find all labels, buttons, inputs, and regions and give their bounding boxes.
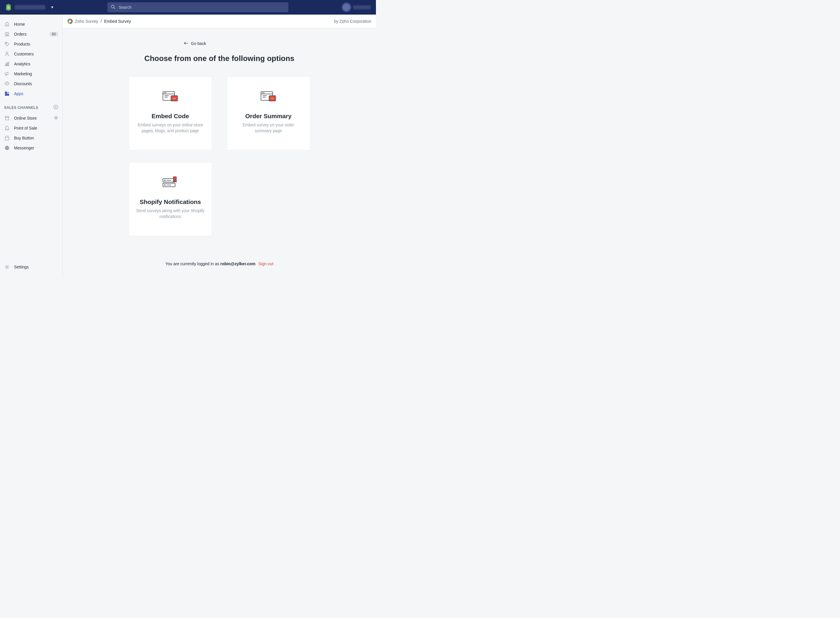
svg-rect-7 [7, 63, 7, 65]
apps-icon [4, 91, 10, 97]
svg-point-31 [263, 92, 264, 94]
svg-rect-10 [5, 92, 7, 94]
svg-text:</>: </> [271, 97, 274, 100]
sidebar-item-label: Apps [14, 91, 58, 96]
sidebar-channel-messenger[interactable]: Messenger [0, 143, 62, 153]
notifications-icon [162, 176, 178, 188]
card-desc: Send surveys along with your Shopify not… [136, 208, 205, 220]
svg-point-30 [262, 92, 263, 94]
breadcrumb-author: by Zoho Corporation [334, 19, 371, 24]
store-name-blurred [15, 5, 45, 10]
messenger-icon [4, 145, 10, 151]
settings-icon [4, 264, 10, 270]
arrow-left-icon [184, 41, 189, 46]
svg-point-16 [55, 117, 57, 119]
analytics-icon [4, 61, 10, 67]
sidebar-item-label: Marketing [14, 71, 58, 76]
sidebar-item-label: Orders [14, 32, 45, 36]
go-back-button[interactable]: Go back [184, 41, 206, 46]
zoho-survey-icon [67, 19, 73, 24]
sidebar-item-analytics[interactable]: Analytics [0, 59, 62, 69]
buy-button-icon [4, 135, 10, 141]
card-embed-code[interactable]: </> Embed Code Embed surveys on your onl… [129, 77, 212, 150]
svg-rect-6 [6, 64, 6, 65]
sidebar-item-label: Customers [14, 52, 58, 56]
sidebar-item-products[interactable]: Products [0, 39, 62, 49]
sign-out-link[interactable]: Sign out [258, 261, 273, 266]
card-title: Embed Code [152, 113, 189, 120]
chevron-down-icon: ▼ [51, 5, 54, 9]
sidebar-item-label: Messenger [14, 146, 58, 150]
sidebar-item-label: Discounts [14, 82, 58, 86]
breadcrumb-separator: / [100, 19, 101, 24]
orders-badge: 60 [49, 32, 58, 36]
products-icon [4, 41, 10, 47]
sidebar: Home Orders 60 Products Customers Analyt… [0, 15, 63, 276]
card-title: Shopify Notifications [140, 198, 201, 205]
page-title: Choose from one of the following options [63, 54, 376, 63]
card-order-summary[interactable]: </> Order Summary Embed survey on your o… [227, 77, 310, 150]
breadcrumb-current: Embed Survey [104, 19, 131, 24]
svg-line-9 [6, 83, 7, 84]
sales-channels-header: SALES CHANNELS [0, 99, 62, 113]
svg-point-0 [112, 5, 114, 8]
sidebar-item-marketing[interactable]: Marketing [0, 69, 62, 79]
top-bar: ▼ [0, 0, 376, 15]
options-grid: </> Embed Code Embed surveys on your onl… [63, 77, 376, 236]
sidebar-item-home[interactable]: Home [0, 19, 62, 29]
footer-login-info: You are currently logged in as robin@zyl… [63, 261, 376, 266]
search-icon [111, 4, 116, 10]
card-desc: Embed survey on your order summary page [234, 122, 303, 134]
footer-email: robin@zylker.com [220, 261, 256, 266]
shopify-logo-icon [5, 4, 12, 11]
sidebar-item-label: Analytics [14, 62, 58, 66]
order-summary-icon: </> [260, 91, 277, 102]
sidebar-item-settings[interactable]: Settings [0, 262, 62, 272]
sidebar-item-orders[interactable]: Orders 60 [0, 29, 62, 39]
home-icon [4, 21, 10, 27]
svg-rect-8 [8, 62, 9, 66]
store-icon [4, 115, 10, 121]
content-area: Go back Choose from one of the following… [63, 28, 376, 276]
store-switcher[interactable]: ▼ [5, 4, 54, 11]
customers-icon [4, 51, 10, 57]
card-shopify-notifications[interactable]: Shopify Notifications Send surveys along… [129, 163, 212, 236]
svg-point-18 [6, 266, 7, 267]
eye-icon[interactable] [54, 116, 58, 121]
sidebar-item-label: Online Store [14, 116, 50, 120]
sidebar-item-label: Point of Sale [14, 126, 58, 131]
avatar [342, 3, 351, 12]
sidebar-item-label: Settings [14, 264, 58, 269]
section-label: SALES CHANNELS [4, 105, 38, 110]
svg-point-3 [6, 43, 7, 44]
sidebar-item-customers[interactable]: Customers [0, 49, 62, 59]
sidebar-item-label: Products [14, 42, 58, 46]
svg-point-22 [164, 92, 165, 94]
sidebar-item-discounts[interactable]: Discounts [0, 79, 62, 89]
search-input[interactable] [119, 5, 285, 10]
sidebar-item-label: Buy Button [14, 136, 58, 140]
go-back-label: Go back [191, 41, 206, 46]
sidebar-channel-buy-button[interactable]: Buy Button [0, 133, 62, 143]
username-blurred [353, 5, 371, 9]
svg-point-4 [6, 52, 8, 54]
svg-rect-12 [5, 94, 7, 95]
svg-rect-11 [7, 94, 9, 95]
marketing-icon [4, 71, 10, 77]
sidebar-channel-pos[interactable]: Point of Sale [0, 123, 62, 133]
embed-code-icon: </> [162, 91, 178, 102]
user-menu[interactable] [342, 3, 371, 12]
add-channel-icon[interactable] [53, 104, 58, 111]
svg-line-1 [114, 7, 115, 9]
card-desc: Embed surveys on your online store pages… [136, 122, 205, 134]
sidebar-item-apps[interactable]: Apps [0, 89, 62, 99]
sidebar-item-label: Home [14, 22, 58, 27]
breadcrumb: Zoho Survey / Embed Survey by Zoho Corpo… [63, 15, 376, 28]
sidebar-channel-online-store[interactable]: Online Store [0, 113, 62, 123]
breadcrumb-app[interactable]: Zoho Survey [75, 19, 98, 24]
search-box[interactable] [107, 2, 288, 12]
discounts-icon [4, 81, 10, 87]
orders-icon [4, 31, 10, 37]
svg-point-23 [165, 92, 166, 94]
footer-prefix: You are currently logged in as [165, 261, 220, 266]
